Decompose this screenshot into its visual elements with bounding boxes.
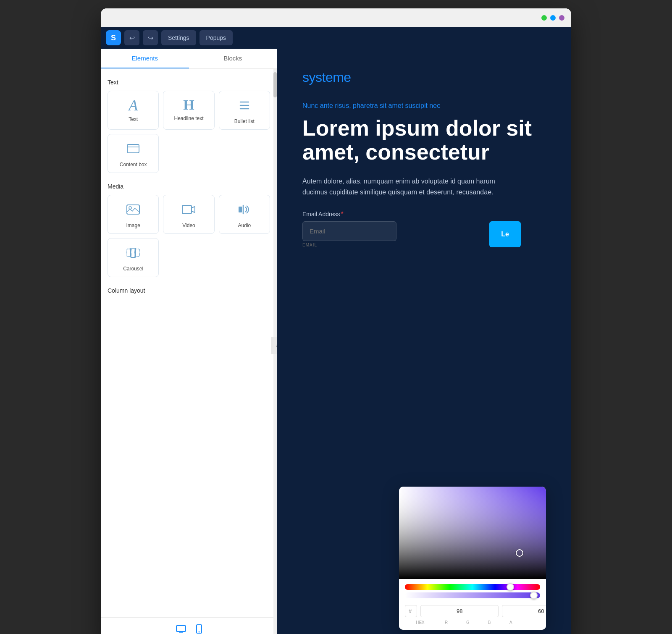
- logo: S: [106, 30, 121, 45]
- opacity-cursor: [530, 592, 538, 599]
- element-headline[interactable]: H Headline text: [163, 91, 214, 130]
- sidebar-tabs: Elements Blocks: [101, 49, 277, 69]
- email-input[interactable]: [302, 221, 396, 241]
- element-text-label: Text: [129, 116, 138, 122]
- section-title-text: Text: [108, 79, 270, 86]
- main-area: Elements Blocks Text A Text: [101, 49, 571, 634]
- audio-icon: [237, 202, 252, 219]
- hash-symbol: #: [409, 608, 412, 614]
- brand-name: systeme: [302, 70, 546, 85]
- email-label: Email Address *: [302, 210, 546, 218]
- carousel-icon: [126, 245, 141, 262]
- tab-elements[interactable]: Elements: [101, 49, 189, 68]
- element-bullet-label: Bullet list: [234, 118, 255, 124]
- label-g: G: [459, 620, 477, 625]
- media-elements-grid: Image Video: [108, 195, 270, 277]
- element-text[interactable]: A Text: [108, 91, 159, 130]
- hue-cursor: [507, 583, 514, 591]
- scrollbar-thumb: [273, 72, 277, 97]
- page-headline: Lorem ipsum dolor sit amet, consectetur: [302, 116, 546, 164]
- element-bullet[interactable]: Bullet list: [219, 91, 270, 130]
- label-b: B: [480, 620, 498, 625]
- image-icon: [126, 202, 141, 219]
- canvas-area: systeme Nunc ante risus, pharetra sit am…: [277, 49, 571, 634]
- video-icon: [181, 202, 196, 219]
- hex-input-container[interactable]: #: [405, 605, 417, 617]
- label-a: A: [502, 620, 520, 625]
- cta-button[interactable]: Le: [489, 221, 521, 247]
- required-indicator: *: [341, 210, 343, 218]
- popups-button[interactable]: Popups: [200, 30, 233, 45]
- color-gradient-area[interactable]: [399, 487, 546, 579]
- svg-rect-11: [134, 249, 139, 257]
- svg-point-16: [198, 631, 200, 633]
- toolbar: S ↩ ↪ Settings Popups: [101, 27, 571, 49]
- traffic-light-blue[interactable]: [550, 15, 556, 21]
- mobile-view-button[interactable]: [194, 623, 204, 634]
- element-carousel-label: Carousel: [123, 266, 143, 272]
- svg-point-6: [129, 207, 131, 209]
- form-row: EMAIL Le: [302, 221, 521, 247]
- page-body-text: Autem dolore, alias, numquam enim ab vol…: [302, 176, 512, 197]
- svg-rect-3: [127, 144, 139, 153]
- app-window: S ↩ ↪ Settings Popups Elements Blocks Te…: [101, 8, 571, 634]
- element-headline-label: Headline text: [174, 115, 203, 121]
- r-channel-input[interactable]: [420, 605, 499, 617]
- headline-icon: H: [183, 98, 194, 112]
- color-values-row: #: [405, 603, 540, 618]
- sidebar-resize-handle[interactable]: ›: [271, 337, 277, 354]
- section-title-column: Column layout: [108, 287, 270, 294]
- label-r: R: [437, 620, 455, 625]
- undo-button[interactable]: ↩: [124, 30, 139, 45]
- sidebar-scroll[interactable]: Text A Text H Headline text: [101, 69, 277, 617]
- app-container: S ↩ ↪ Settings Popups Elements Blocks Te…: [101, 27, 571, 634]
- opacity-slider[interactable]: [405, 592, 540, 598]
- window-chrome: [101, 8, 571, 27]
- redo-button[interactable]: ↪: [143, 30, 158, 45]
- element-image[interactable]: Image: [108, 195, 159, 234]
- text-elements-grid: A Text H Headline text: [108, 91, 270, 173]
- g-channel-input[interactable]: [502, 605, 546, 617]
- element-carousel[interactable]: Carousel: [108, 238, 159, 277]
- tab-blocks[interactable]: Blocks: [189, 49, 277, 68]
- traffic-light-purple[interactable]: [559, 15, 564, 21]
- section-title-media: Media: [108, 183, 270, 190]
- svg-rect-8: [239, 207, 242, 212]
- email-input-label: EMAIL: [302, 243, 484, 247]
- traffic-light-green[interactable]: [541, 15, 547, 21]
- element-content-box[interactable]: Content box: [108, 134, 159, 173]
- svg-rect-18: [399, 487, 546, 579]
- channel-labels: HEX R G B A: [405, 620, 540, 625]
- desktop-view-button[interactable]: [174, 623, 188, 634]
- content-box-icon: [126, 141, 141, 158]
- svg-rect-7: [182, 205, 192, 214]
- element-image-label: Image: [126, 223, 140, 228]
- sidebar-footer: [101, 617, 277, 634]
- page-subtitle: Nunc ante risus, pharetra sit amet susci…: [302, 102, 546, 110]
- element-video-label: Video: [182, 223, 195, 228]
- color-picker-popup: # HEX R G: [399, 487, 546, 630]
- bullet-icon: [237, 98, 252, 115]
- sidebar: Elements Blocks Text A Text: [101, 49, 277, 634]
- settings-button[interactable]: Settings: [161, 30, 196, 45]
- label-hex: HEX: [407, 620, 434, 625]
- svg-rect-5: [127, 205, 139, 214]
- text-icon: A: [129, 98, 138, 113]
- hue-slider[interactable]: [405, 584, 540, 590]
- element-audio[interactable]: Audio: [219, 195, 270, 234]
- color-controls: # HEX R G: [399, 579, 546, 630]
- element-content-box-label: Content box: [120, 162, 147, 168]
- svg-rect-9: [127, 249, 132, 257]
- gradient-cursor[interactable]: [516, 549, 523, 557]
- svg-rect-12: [176, 626, 186, 631]
- element-video[interactable]: Video: [163, 195, 214, 234]
- element-audio-label: Audio: [238, 223, 251, 228]
- svg-rect-10: [131, 248, 136, 257]
